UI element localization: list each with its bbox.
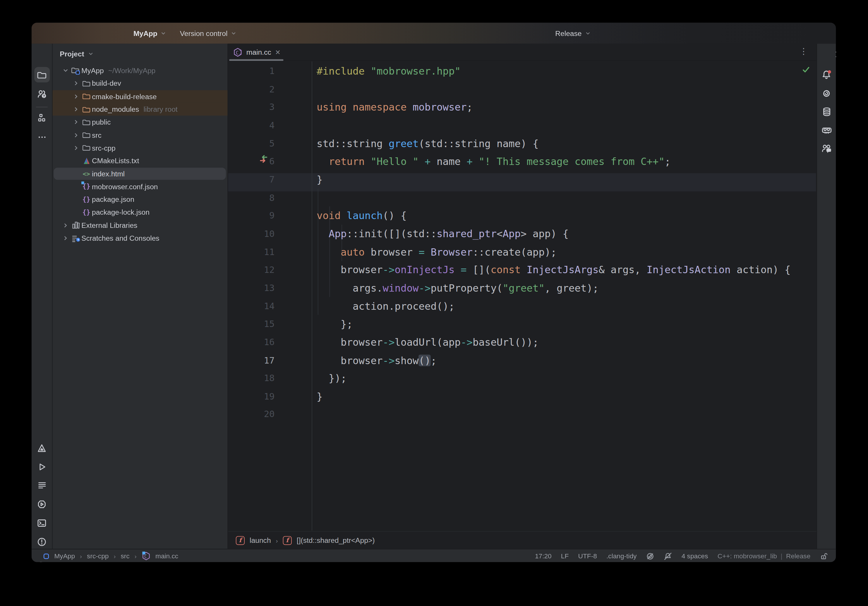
problems-tool-button[interactable] [34, 534, 50, 549]
tree-item-label: public [92, 118, 111, 126]
tree-item-label: index.html [92, 170, 125, 178]
code-line-15: }; [317, 315, 791, 334]
close-icon[interactable]: ✕ [275, 49, 281, 56]
line-ending[interactable]: LF [561, 552, 569, 560]
version-control-menu[interactable]: Version control [180, 23, 236, 44]
more-tools-button[interactable] [34, 130, 50, 145]
ide-window: MA MyApp Version control Release MyApp ? [32, 23, 836, 562]
chevron-right-icon[interactable] [71, 119, 81, 125]
linter-widget[interactable]: .clang-tidy [606, 552, 637, 560]
chevron-down-icon[interactable] [61, 68, 70, 74]
assistant-robot-tool-button[interactable] [819, 123, 834, 138]
line-number: 15 [228, 315, 279, 334]
line-number: 8 [228, 189, 279, 207]
folder-icon [81, 131, 92, 139]
tree-item-src-cpp[interactable]: src-cpp [53, 142, 228, 155]
tree-item-package-lock-json[interactable]: {}package-lock.json [53, 206, 228, 219]
notifications-button[interactable] [819, 67, 834, 82]
tree-item-myapp[interactable]: MyApp~/Work/MyApp [53, 64, 228, 77]
svg-text:+: + [239, 48, 241, 52]
run-tool-button[interactable] [34, 459, 50, 475]
folderEx-icon [81, 105, 92, 113]
terminal-tool-button[interactable] [34, 515, 50, 530]
line-number: 14 [228, 297, 279, 315]
caret-position[interactable]: 17:20 [535, 552, 552, 560]
services-tool-button[interactable] [34, 496, 50, 512]
jsonFile-icon: {} [81, 209, 92, 216]
line-number: 2 [228, 81, 279, 99]
toolchain-widget[interactable]: C++: mobrowser_lib | Release [718, 552, 811, 560]
chevron-right-icon[interactable] [71, 145, 81, 151]
chevron-right-icon[interactable] [71, 80, 81, 87]
tree-item-package-json[interactable]: {}package.json [53, 193, 228, 206]
code-with-me-tool-button[interactable] [819, 141, 834, 157]
code-viewport[interactable]: 1234567891011121314151617181920 #include… [228, 62, 817, 530]
code-line-12: browser->onInjectJs = [](const InjectJsA… [317, 261, 791, 279]
screen: MA MyApp Version control Release MyApp ? [0, 0, 868, 606]
chevron-right-icon[interactable] [61, 235, 70, 241]
line-number-gutter: 1234567891011121314151617181920 [228, 63, 279, 424]
tree-item-label: MyApp [81, 66, 104, 74]
code-line-13: args.window->putProperty("greet", greet)… [317, 279, 791, 297]
code-line-19: } [317, 388, 791, 406]
status-path-dir[interactable]: src [121, 552, 129, 560]
tree-item-scratches-and-consoles[interactable]: Scratches and Consoles [53, 232, 228, 244]
function-icon: f [283, 536, 292, 544]
jsonBadge-icon: {} [81, 183, 92, 190]
svg-text:C: C [144, 553, 147, 559]
structure-tool-button[interactable] [34, 110, 50, 125]
project-panel-header[interactable]: Project [53, 43, 228, 63]
folder-icon [81, 118, 92, 126]
tree-item-node-modules[interactable]: node_moduleslibrary root [53, 103, 228, 116]
tree-item-cmake-build-release[interactable]: cmake-build-release [53, 90, 228, 103]
line-number: 1 [228, 63, 279, 81]
chevron-right-icon[interactable] [71, 132, 81, 138]
tree-item-public[interactable]: public [53, 116, 228, 129]
line-number: 3 [228, 99, 279, 117]
tree-item-label: mobrowser.conf.json [92, 182, 158, 191]
project-menu[interactable]: MyApp [133, 23, 166, 44]
chevron-right-icon[interactable] [71, 93, 81, 99]
build-config-selector[interactable]: Release [555, 23, 591, 44]
tree-item-mobrowser-conf-json[interactable]: {}mobrowser.conf.json [53, 180, 228, 193]
tree-item-external-libraries[interactable]: External Libraries [53, 219, 228, 232]
status-bar: MyApp › src-cpp › src › C main.cc 17:20 … [32, 549, 836, 562]
lock-open-icon[interactable] [820, 552, 827, 560]
file-encoding[interactable]: UTF-8 [578, 552, 597, 560]
code-line-4 [317, 117, 791, 135]
line-number: 11 [228, 243, 279, 261]
status-path-file[interactable]: main.cc [155, 552, 178, 560]
project-tool-button[interactable] [34, 67, 50, 82]
breadcrumb-function[interactable]: launch [250, 536, 271, 544]
cmake-tool-button[interactable] [34, 441, 50, 456]
navigate-arrows-gutter-icon[interactable] [259, 155, 268, 164]
chevron-right-icon[interactable] [61, 222, 70, 229]
chevron-right-icon[interactable] [71, 106, 81, 112]
breadcrumb-lambda[interactable]: [](std::shared_ptr<App>) [297, 536, 375, 544]
status-path-project[interactable]: MyApp [54, 552, 75, 560]
indent-widget[interactable]: 4 spaces [682, 552, 708, 560]
tree-item-label: node_modules [92, 105, 139, 113]
notifications-off-icon[interactable] [664, 552, 672, 560]
project-tree: MyApp~/Work/MyAppbuild-devcmake-build-re… [53, 64, 228, 244]
path-separator: › [80, 553, 82, 560]
todo-tool-button[interactable] [34, 477, 50, 493]
tree-item-secondary: ~/Work/MyApp [108, 66, 155, 74]
line-number: 9 [228, 207, 279, 225]
database-tool-button[interactable] [819, 104, 834, 120]
tree-item-src[interactable]: src [53, 129, 228, 142]
editor-options-kebab[interactable]: ⋮ [799, 46, 808, 56]
highlighting-off-icon[interactable] [646, 552, 654, 560]
ai-assistant-button[interactable] [819, 85, 834, 101]
code-line-5: std::string greet(std::string name) { [317, 135, 791, 153]
tab-main-cc[interactable]: C++ main.cc ✕ [229, 43, 285, 61]
active-tab-underline [229, 59, 283, 61]
tree-item-index-html[interactable]: <>index.html [53, 167, 228, 180]
code-text[interactable]: #include "mobrowser.hpp"using namespace … [317, 63, 791, 424]
status-path-dir[interactable]: src-cpp [87, 552, 108, 560]
tree-item-build-dev[interactable]: build-dev [53, 77, 228, 90]
tree-item-cmakelists-txt[interactable]: CMakeLists.txt [53, 155, 228, 167]
tree-item-label: Scratches and Consoles [81, 234, 160, 242]
vcs-people-tool-button[interactable]: ? [34, 86, 50, 102]
right-toolwindow-bar [817, 43, 836, 549]
